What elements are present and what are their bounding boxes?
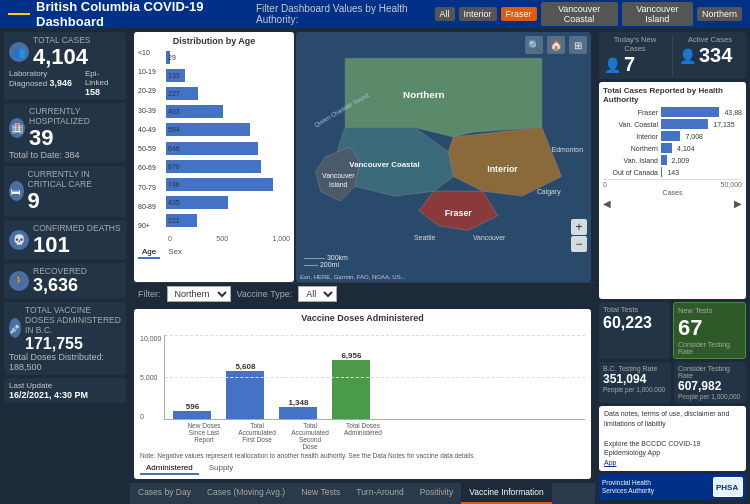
recovered-value: 3,636 [33,276,87,296]
map-home-btn[interactable]: 🏠 [547,36,565,54]
ha-name-out-of-canada: Out of Canada [603,169,658,176]
interior-label: Interior [487,164,518,174]
hospital-icon: 🏥 [9,118,25,138]
app-link[interactable]: App [604,459,616,466]
y-label-5000: 5,000 [140,374,161,381]
page-title: British Columbia COVID-19 Dashboard [36,0,256,29]
consider-rate-box: Consider Testing Rate 607,982 People per… [674,362,746,403]
svg-text:Island: Island [329,181,348,188]
filter-label: Filter Dashboard Values by Health Author… [256,3,431,25]
svg-marker-1 [448,127,561,196]
ha-axis-label: Cases [603,189,742,196]
map-svg: Northern Interior Vancouver Coastal Vanc… [296,32,591,282]
map-box: 🔍 🏠 ⊞ Northern [296,32,591,282]
lab-diagnosed: Laboratory Diagnosed 3,946 [9,69,77,97]
epi-linked: Epi-Linked 158 [85,69,121,97]
today-new-cases: Today's New Cases 👤 7 [604,35,666,76]
chart-tabs: Age Sex [138,246,290,259]
vbar-group-2: 5,608 [226,362,264,419]
filter-btn-van-island[interactable]: Vancouver Island [622,2,693,26]
vbar-group-4: 6,956 [332,351,370,419]
hospitalized-box: 🏥 Currently Hospitalized 39 Total to Dat… [4,103,126,163]
vaccine-type-select[interactable]: All [298,286,337,302]
ha-val-van-island: 2,009 [672,157,690,164]
today-new-cases-value: 7 [624,53,635,76]
vancouver-label: Vancouver [473,234,506,241]
ha-row-interior: Interior 7,008 [603,131,742,141]
filter-btn-interior[interactable]: Interior [459,7,497,21]
phs-icon: PHSA [713,477,743,497]
new-tests-box: New Tests 67 Consider Testing Rate [673,302,746,359]
divider [672,35,673,76]
critical-value: 9 [28,189,121,213]
tab-sex[interactable]: Sex [164,246,186,259]
bar-row: 133 [166,67,290,83]
last-update-label: Last Update [9,381,52,390]
ha-name-interior: Interior [603,133,658,140]
vtab-administered[interactable]: Administered [140,462,199,475]
btab-positivity[interactable]: Positivity [412,483,462,504]
vaccine-distributed: Total Doses Distributed: 188,500 [9,352,121,372]
ha-val-northern: 4,104 [677,145,695,152]
right-panel: Today's New Cases 👤 7 Active Cases 👤 334… [595,28,750,504]
phs-logo: Provincial Health Services Authority PHS… [599,474,746,500]
deaths-icon: 💀 [9,230,29,250]
consider-rate-label: Consider Testing Rate [678,365,742,379]
ha-bar-fraser [661,107,719,117]
notes-box: Data notes, terms of use, disclaimer and… [599,406,746,471]
vbar-1 [173,411,211,419]
map-search-btn[interactable]: 🔍 [525,36,543,54]
ha-name-fraser: Fraser [603,109,658,116]
vbar-3 [279,407,317,419]
filter-btn-northern[interactable]: Northern [697,7,742,21]
vbar-2 [226,371,264,419]
vbar-value-4: 6,956 [341,351,361,360]
vaccine-label: Total Vaccine Doses Administered in B.C. [25,305,121,335]
bar-row: 221 [166,213,290,229]
vaccine-note: Note: Negative values represent realloca… [140,452,585,459]
vbar-group-1: 596 [173,402,211,419]
ha-val-interior: 7,008 [685,133,703,140]
bc-rate-label: B.C. Testing Rate [603,365,667,372]
people-icon: 👥 [9,42,29,62]
consider-rate-value: 607,982 [678,379,742,393]
filter-btn-van-coastal[interactable]: Vancouver Coastal [541,2,618,26]
map-controls: 🔍 🏠 ⊞ [525,36,587,54]
tab-age[interactable]: Age [138,246,160,259]
fraser-label: Fraser [445,208,473,218]
bar-labels: 90+ 80-89 70-79 60-69 50-59 40-49 30-39 … [138,49,166,229]
vtab-supply[interactable]: Supply [203,462,239,475]
phs-line1: Provincial Health [602,479,654,487]
consider-rate-sub: People per 1,000,000 [678,393,742,400]
critical-icon: 🛏 [9,181,24,201]
btab-vaccine-info[interactable]: Vaccine Information [461,483,552,504]
btab-cases-day[interactable]: Cases by Day [130,483,199,504]
total-tests-box: Total Tests 60,223 [599,302,670,359]
new-tests-sub: Consider Testing Rate [678,341,741,355]
btab-turnaround[interactable]: Turn-Around [348,483,411,504]
filter-btn-fraser[interactable]: Fraser [501,7,537,21]
filter-btn-all[interactable]: All [435,7,455,21]
filter-select[interactable]: Northern [167,286,231,302]
vaccine-chart-title: Vaccine Doses Administered [140,313,585,323]
map-zoom-out[interactable]: − [571,236,587,252]
btab-cases-avg[interactable]: Cases (Moving Avg.) [199,483,293,504]
ha-bar-out-of-canada [661,167,662,177]
hospitalized-value: 39 [29,126,121,150]
ha-row-northern: Northern 4,104 [603,143,742,153]
person-icon-new: 👤 [604,57,621,73]
ha-bar-northern [661,143,672,153]
ha-name-northern: Northern [603,145,658,152]
ha-next-btn[interactable]: ▶ [734,198,742,209]
bc-flag-icon [8,7,30,21]
y-label-0: 0 [140,413,161,420]
map-layers-btn[interactable]: ⊞ [569,36,587,54]
map-zoom-in[interactable]: + [571,219,587,235]
btab-new-tests[interactable]: New Tests [293,483,348,504]
hospitalized-to-date: Total to Date: 384 [9,150,121,160]
map-zoom-controls: + − [571,219,587,252]
map-attribution: Esri, HERE, Garmin, FAO, NOAA, US... [300,274,406,280]
vbar-4 [332,360,370,419]
ha-prev-btn[interactable]: ◀ [603,198,611,209]
chart-title: Distribution by Age [138,36,290,46]
